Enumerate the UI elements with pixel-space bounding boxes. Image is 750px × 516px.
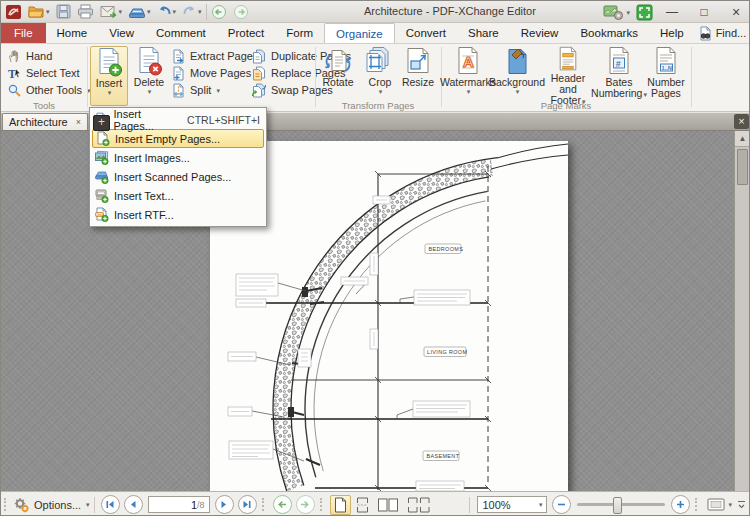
email-caret-icon: ▾ xyxy=(119,8,123,15)
find-button[interactable]: Find... xyxy=(695,25,750,42)
insert-scanned-pages-menu-icon xyxy=(94,169,109,184)
tab-bookmarks[interactable]: Bookmarks xyxy=(569,23,649,43)
split-button[interactable]: Split ▾ xyxy=(169,82,222,98)
watermarks-icon: A xyxy=(454,46,482,76)
previous-page-button[interactable] xyxy=(124,495,143,514)
insert-button[interactable]: Insert ▾ xyxy=(90,46,128,106)
page-number-field[interactable]: /8 xyxy=(148,496,210,513)
scroll-up-arrow-icon[interactable]: ▲ xyxy=(735,131,750,147)
new-tab-button[interactable]: + xyxy=(93,115,110,131)
layout-continuous-button[interactable] xyxy=(353,495,372,515)
go-forward-button[interactable] xyxy=(231,3,251,21)
ui-options-button[interactable]: ▾ xyxy=(603,4,630,21)
hand-tool-button[interactable]: Hand xyxy=(5,48,54,64)
tab-form[interactable]: Form xyxy=(275,23,324,43)
next-view-button[interactable] xyxy=(296,495,315,514)
previous-view-button[interactable] xyxy=(273,495,292,514)
menu-item-insert-rtf[interactable]: RTF Insert RTF... xyxy=(92,205,264,224)
print-button[interactable] xyxy=(75,3,96,20)
open-caret-icon: ▾ xyxy=(46,8,50,15)
tab-home[interactable]: Home xyxy=(46,23,99,43)
menu-item-insert-empty-pages[interactable]: Insert Empty Pages... xyxy=(92,129,264,148)
page-count: /8 xyxy=(197,500,205,510)
save-button[interactable] xyxy=(54,3,73,20)
window-title: Architecture - PDF-XChange Editor xyxy=(364,5,536,17)
layout-two-pages-button[interactable] xyxy=(374,495,402,515)
redo-button[interactable]: ▾ xyxy=(180,4,204,20)
select-text-button[interactable]: T Select Text xyxy=(5,65,82,81)
split-caret-icon: ▾ xyxy=(216,87,220,94)
move-pages-button[interactable]: Move Pages xyxy=(169,65,253,81)
go-back-button[interactable] xyxy=(209,3,229,21)
other-tools-button[interactable]: Other Tools ▾ xyxy=(5,82,93,98)
zoom-level-select[interactable]: 100% ▾ xyxy=(477,496,547,513)
zoom-out-button[interactable] xyxy=(552,495,571,514)
fit-page-button[interactable]: ▾ xyxy=(704,498,735,511)
app-logo-icon xyxy=(3,3,24,21)
bates-numbering-icon: # xyxy=(605,46,633,76)
menu-item-insert-pages[interactable]: Insert Pages... CTRL+SHIFT+I xyxy=(92,110,264,129)
layout-two-pages-icon xyxy=(377,497,399,513)
tab-review[interactable]: Review xyxy=(510,23,570,43)
tab-convert[interactable]: Convert xyxy=(395,23,457,43)
tab-organize[interactable]: Organize xyxy=(324,23,395,43)
zoom-slider-thumb[interactable] xyxy=(613,497,622,514)
insert-text-menu-icon xyxy=(94,188,109,203)
minimize-button[interactable]: — xyxy=(659,3,685,21)
tab-comment[interactable]: Comment xyxy=(145,23,217,43)
layout-two-pages-continuous-button[interactable] xyxy=(404,495,434,515)
last-page-button[interactable] xyxy=(238,495,257,514)
rotate-button[interactable]: Rotate xyxy=(318,46,358,106)
document-tab-close-icon[interactable]: × xyxy=(76,117,81,127)
resize-button[interactable]: Resize xyxy=(399,46,437,106)
vertical-scrollbar[interactable]: ▲ xyxy=(734,131,750,491)
menu-item-insert-text[interactable]: Insert Text... xyxy=(92,186,264,205)
toolbar-grip xyxy=(320,498,326,511)
statusbar-expand-button[interactable] xyxy=(735,500,750,509)
email-button[interactable]: ▾ xyxy=(98,4,125,20)
tab-file[interactable]: File xyxy=(1,23,46,43)
extract-pages-button[interactable]: Extract Pages xyxy=(169,48,260,64)
layout-single-page-icon xyxy=(334,497,347,513)
document-tab-architecture[interactable]: Architecture × xyxy=(2,113,88,130)
menu-item-insert-scanned-pages[interactable]: Insert Scanned Pages... xyxy=(92,167,264,186)
header-footer-button[interactable]: Header and Footer▾ xyxy=(542,46,594,106)
next-page-button[interactable] xyxy=(215,495,234,514)
page-number-input[interactable] xyxy=(183,499,197,511)
tab-help[interactable]: Help xyxy=(649,23,695,43)
first-page-button[interactable] xyxy=(101,495,120,514)
crop-button[interactable]: Crop ▾ xyxy=(361,46,399,106)
scrollbar-thumb[interactable] xyxy=(737,149,748,185)
tab-view[interactable]: View xyxy=(98,23,145,43)
quick-access-toolbar: ▾ ▾ ▾ ▾ ▾ xyxy=(1,3,251,21)
find-icon xyxy=(698,26,713,41)
background-caret-icon: ▾ xyxy=(516,88,520,95)
bates-numbering-button[interactable]: # Bates Numbering▾ xyxy=(594,46,644,106)
watermarks-button[interactable]: A Watermarks ▾ xyxy=(444,46,492,106)
qat-separator xyxy=(206,4,207,20)
toolbar-grip xyxy=(695,498,701,511)
close-pane-button[interactable]: × xyxy=(734,114,749,129)
menu-item-insert-images[interactable]: Insert Images... xyxy=(92,148,264,167)
rotate-icon xyxy=(323,46,353,76)
split-icon xyxy=(171,83,186,98)
move-pages-icon xyxy=(171,66,186,81)
layout-single-page-button[interactable] xyxy=(330,495,351,515)
tab-share[interactable]: Share xyxy=(457,23,510,43)
transform-pages-group-label: Transform Pages xyxy=(318,100,438,111)
options-button[interactable]: Options... ▾ xyxy=(13,497,90,513)
zoom-in-button[interactable] xyxy=(671,495,690,514)
scan-button[interactable]: ▾ xyxy=(126,4,153,20)
delete-button[interactable]: Delete ▾ xyxy=(130,46,168,106)
maximize-button[interactable]: □ xyxy=(691,3,717,21)
undo-button[interactable]: ▾ xyxy=(155,4,179,20)
fullscreen-button[interactable] xyxy=(636,4,653,21)
open-button[interactable]: ▾ xyxy=(26,3,52,20)
replace-pages-icon xyxy=(251,66,267,81)
background-button[interactable]: Background ▾ xyxy=(492,46,542,106)
zoom-slider[interactable] xyxy=(577,503,665,506)
group-separator xyxy=(691,47,692,107)
number-pages-button[interactable]: 1..N Number Pages xyxy=(644,46,688,106)
tab-protect[interactable]: Protect xyxy=(217,23,275,43)
close-button[interactable]: × xyxy=(723,3,749,21)
